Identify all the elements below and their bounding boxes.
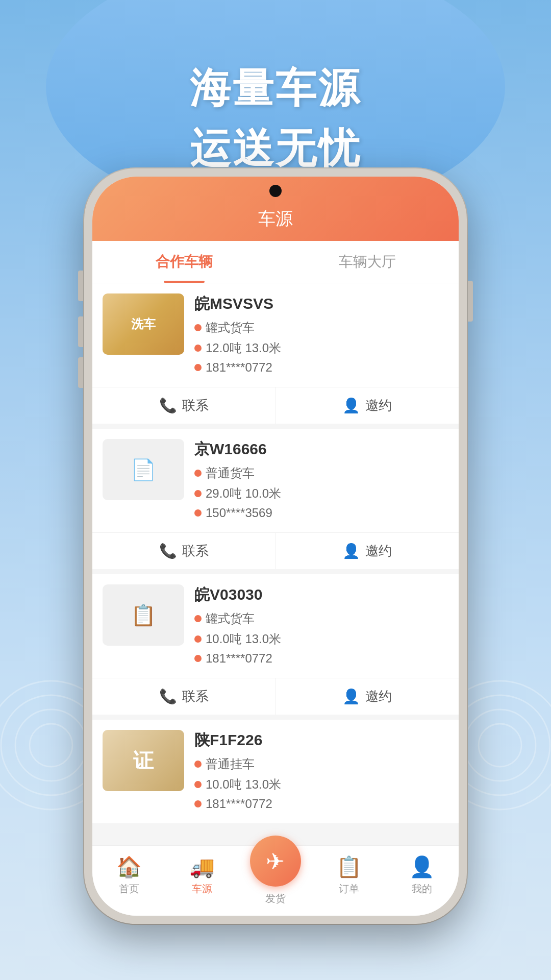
vehicle-info-2: 京W16666 普通货车 29.0吨 10.0米: [92, 429, 459, 532]
vehicle-image-1: [103, 293, 184, 355]
vehicle-info-3: 皖V03030 罐式货车 10.0吨 13.0米: [92, 574, 459, 678]
contact-btn-1[interactable]: 📞 联系: [92, 387, 276, 424]
dot-icon: [194, 490, 202, 497]
phone-icon: 📞: [159, 543, 177, 559]
app-screen: 车源 合作车辆 车辆大厅: [92, 177, 459, 916]
contact-btn-3[interactable]: 📞 联系: [92, 678, 276, 715]
svg-point-6: [464, 709, 536, 781]
contact-btn-2[interactable]: 📞 联系: [92, 533, 276, 569]
svg-point-3: [30, 724, 72, 767]
vehicle-type-2: 普通货车: [194, 465, 448, 481]
dot-icon: [194, 345, 202, 352]
vehicle-phone-1: 181****0772: [194, 360, 448, 375]
nav-label-ship: 发货: [265, 892, 286, 905]
svg-point-7: [479, 724, 521, 767]
vehicle-type-1: 罐式货车: [194, 320, 448, 336]
app-header: 车源: [92, 177, 459, 241]
vehicles-icon: 🚚: [189, 855, 215, 879]
vehicle-list: 皖MSVSVS 罐式货车 12.0吨 13.0米: [92, 283, 459, 845]
phone-frame: 车源 合作车辆 车辆大厅: [84, 168, 467, 924]
nav-item-ship[interactable]: ✈ 发货: [239, 836, 312, 905]
dot-icon: [194, 470, 202, 477]
phone-device: 车源 合作车辆 车辆大厅: [84, 168, 467, 924]
vehicle-actions-1: 📞 联系 👤 邀约: [92, 387, 459, 424]
vehicle-image-2: [103, 439, 184, 500]
nav-item-vehicles[interactable]: 🚚 车源: [166, 851, 239, 905]
invite-btn-2[interactable]: 👤 邀约: [276, 533, 459, 569]
vehicle-phone-4: 181****0772: [194, 797, 448, 811]
dot-icon: [194, 781, 202, 788]
camera-notch: [269, 185, 282, 197]
vehicle-plate-3: 皖V03030: [194, 584, 448, 605]
hero-line1: 海量车源: [0, 61, 551, 116]
invite-btn-3[interactable]: 👤 邀约: [276, 678, 459, 715]
nav-item-home[interactable]: 🏠 首页: [92, 851, 166, 905]
home-icon: 🏠: [116, 855, 142, 879]
dot-icon: [194, 364, 202, 371]
tab-hall[interactable]: 车辆大厅: [276, 241, 459, 283]
phone-screen-container: 车源 合作车辆 车辆大厅: [92, 177, 459, 916]
dot-icon: [194, 615, 202, 622]
vehicle-card-1: 皖MSVSVS 罐式货车 12.0吨 13.0米: [92, 283, 459, 424]
dot-icon: [194, 761, 202, 768]
dot-icon: [194, 655, 202, 662]
vehicle-actions-2: 📞 联系 👤 邀约: [92, 532, 459, 569]
invite-icon: 👤: [342, 543, 360, 559]
vehicle-info-1: 皖MSVSVS 罐式货车 12.0吨 13.0米: [92, 283, 459, 387]
header-title: 车源: [108, 207, 443, 231]
invite-btn-1[interactable]: 👤 邀约: [276, 387, 459, 424]
hero-text: 海量车源 运送无忧: [0, 61, 551, 177]
nav-label-orders: 订单: [339, 882, 359, 896]
vehicle-size-4: 10.0吨 13.0米: [194, 776, 448, 793]
vehicle-type-4: 普通挂车: [194, 756, 448, 772]
vehicle-card-4: 陕F1F226 普通挂车 10.0吨 13.0米: [92, 720, 459, 823]
tab-bar: 合作车辆 车辆大厅: [92, 241, 459, 283]
vehicle-card-2: 京W16666 普通货车 29.0吨 10.0米: [92, 429, 459, 569]
vehicle-actions-3: 📞 联系 👤 邀约: [92, 678, 459, 715]
vehicle-details-4: 陕F1F226 普通挂车 10.0吨 13.0米: [194, 730, 448, 815]
vehicle-details-3: 皖V03030 罐式货车 10.0吨 13.0米: [194, 584, 448, 670]
vehicle-plate-4: 陕F1F226: [194, 730, 448, 751]
dot-icon: [194, 509, 202, 517]
invite-icon: 👤: [342, 688, 360, 705]
nav-item-orders[interactable]: 📋 订单: [312, 851, 386, 905]
dot-icon: [194, 635, 202, 643]
orders-icon: 📋: [336, 855, 362, 879]
vehicle-size-3: 10.0吨 13.0米: [194, 631, 448, 647]
invite-icon: 👤: [342, 397, 360, 414]
tab-cooperation[interactable]: 合作车辆: [92, 241, 276, 283]
dot-icon: [194, 324, 202, 331]
vehicle-image-3: [103, 584, 184, 646]
vehicle-phone-3: 181****0772: [194, 651, 448, 666]
vehicle-phone-2: 150****3569: [194, 506, 448, 520]
phone-icon: 📞: [159, 397, 177, 414]
ship-fab-button[interactable]: ✈: [250, 836, 301, 887]
vehicle-image-4: [103, 730, 184, 791]
dot-icon: [194, 800, 202, 807]
vehicle-details-2: 京W16666 普通货车 29.0吨 10.0米: [194, 439, 448, 524]
nav-label-home: 首页: [119, 882, 139, 896]
vehicle-size-1: 12.0吨 13.0米: [194, 340, 448, 356]
vehicle-type-3: 罐式货车: [194, 610, 448, 627]
vehicle-card-3: 皖V03030 罐式货车 10.0吨 13.0米: [92, 574, 459, 715]
vehicle-info-4: 陕F1F226 普通挂车 10.0吨 13.0米: [92, 720, 459, 823]
nav-label-mine: 我的: [412, 882, 432, 896]
vehicle-plate-2: 京W16666: [194, 439, 448, 460]
vehicle-plate-1: 皖MSVSVS: [194, 293, 448, 314]
nav-item-mine[interactable]: 👤 我的: [385, 851, 459, 905]
svg-point-2: [15, 709, 87, 781]
ship-icon: ✈: [266, 848, 285, 874]
bottom-nav: 🏠 首页 🚚 车源 ✈ 发货 📋 订单: [92, 845, 459, 916]
nav-label-vehicles: 车源: [192, 882, 212, 896]
vehicle-details-1: 皖MSVSVS 罐式货车 12.0吨 13.0米: [194, 293, 448, 379]
vehicle-size-2: 29.0吨 10.0米: [194, 485, 448, 502]
phone-icon: 📞: [159, 688, 177, 705]
mine-icon: 👤: [409, 855, 435, 879]
